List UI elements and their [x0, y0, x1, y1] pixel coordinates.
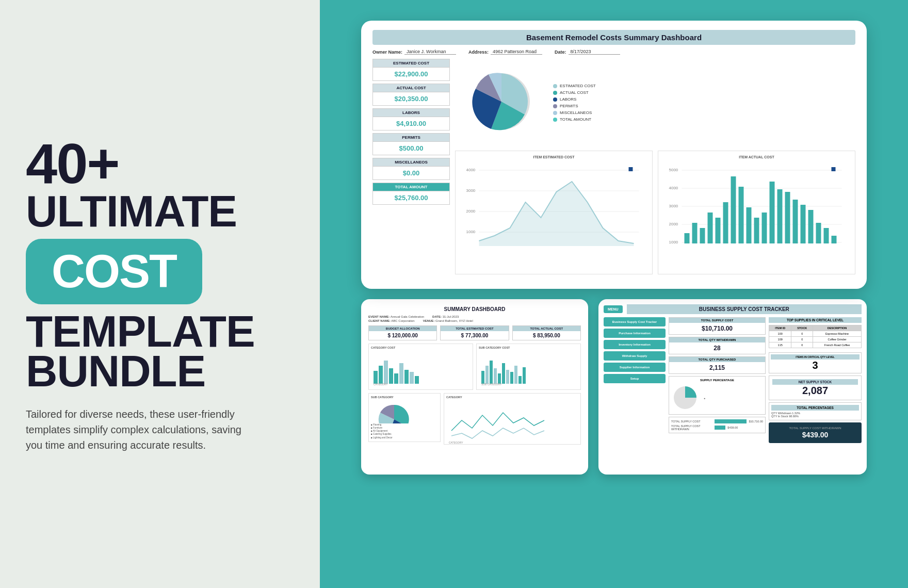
svg-rect-41 [832, 167, 836, 171]
svg-rect-57 [502, 363, 505, 384]
bar1-val: $10,710.00 [749, 420, 763, 423]
svg-rect-36 [801, 205, 806, 243]
svg-text:2000: 2000 [669, 222, 678, 226]
metric-total-amount-value: $25,760.00 [373, 191, 449, 204]
charts-area: ESTIMATED COST ACTUAL COST LABORS P [455, 59, 855, 286]
svg-rect-39 [824, 228, 829, 243]
items-critical-value: 3 [771, 360, 860, 371]
date-label: Date: [555, 50, 566, 55]
metric-miscellaneos: MISCELLANEOS $0.00 [372, 158, 450, 180]
svg-rect-61 [518, 376, 522, 384]
table-row: 100 0 Espresso Machine [769, 331, 862, 337]
sub-category-bar-chart: SUB CATEGORY [479, 350, 578, 386]
svg-rect-33 [777, 189, 783, 243]
metric-labors-label: LABORS [373, 109, 449, 117]
metric-permits: PERMITS $500.00 [372, 133, 450, 155]
svg-rect-62 [523, 367, 526, 384]
total-qty-withdrawn-box: TOTAL QTY WITHDRAWN 28 [669, 337, 766, 354]
top-supplies-title: TOP SUPPLIES IN CRITICAL LEVEL [769, 317, 862, 323]
left-panel: 40+ ULTIMATE COST TEMPLATE BUNDLE Tailor… [0, 0, 320, 588]
svg-rect-28 [739, 187, 744, 243]
owner-label: Owner Name: [372, 50, 402, 55]
svg-text:1000: 1000 [669, 240, 678, 244]
category-bar-chart: CATEGORY [371, 350, 471, 386]
svg-rect-25 [716, 218, 721, 243]
metric-labors-value: $4,910.00 [373, 117, 449, 130]
supply-cost-bar-chart: TOTAL SUPPLY COST $10,710.00 TOTAL SUPPL… [669, 417, 766, 433]
business-supply-card: MENU BUSINESS SUPPLY COST TRACKER Busine… [598, 299, 867, 475]
pie-chart [460, 63, 543, 143]
svg-rect-60 [514, 366, 517, 384]
chart1-title: ITEM ESTIMATED COST [460, 155, 648, 159]
svg-text:3000: 3000 [669, 204, 678, 208]
menu-button[interactable]: MENU [604, 305, 623, 313]
metric-permits-label: PERMITS [373, 134, 449, 141]
template-label: TEMPLATE [26, 312, 255, 352]
svg-rect-54 [490, 361, 493, 384]
date-value: 8/17/2023 [569, 49, 620, 55]
nav-setup[interactable]: Setup [604, 374, 666, 383]
svg-rect-47 [399, 363, 403, 384]
sub-category-pie: SUB CATEGORY ■ Flooring■ Furniture■ AV E… [368, 393, 441, 442]
svg-rect-42 [374, 371, 378, 384]
nav-withdraw[interactable]: Withdraw Supply [604, 351, 666, 361]
total-supply-cost-box: TOTAL SUPPLY COST $10,710.00 [669, 317, 766, 335]
svg-text:3000: 3000 [466, 188, 476, 193]
svg-text:CATEGORY: CATEGORY [374, 383, 388, 386]
bottom-cards: SUMMARY DASHBOARD EVENT NAME: Annual Gal… [361, 299, 867, 475]
svg-rect-26 [723, 202, 728, 243]
net-supply-label: NET SUPPLY STOCK [772, 379, 858, 385]
address-label: Address: [468, 50, 489, 55]
bar-charts-row: ITEM ESTIMATED COST 4000 3000 2000 1000 [455, 151, 855, 274]
nav-bsct[interactable]: Business Supply Cost Tracker [604, 317, 666, 326]
budget-value: $ 120,000.00 [369, 331, 436, 340]
chart2-title: ITEM ACTUAL COST [662, 155, 851, 159]
metric-permits-value: $500.00 [373, 141, 449, 155]
description-text: Tailored for diverse needs, these user-f… [26, 406, 253, 453]
summary-info-row2: CLIENT NAME: ABC Corporation VENUE: Gran… [368, 319, 581, 322]
summary-bottom-charts: SUB CATEGORY ■ Flooring■ Furniture■ AV E… [368, 393, 581, 445]
metric-actual-cost-value: $20,350.00 [373, 92, 449, 105]
svg-rect-43 [379, 366, 383, 384]
col-stock: STOCK [791, 325, 813, 331]
bar2-fill [715, 426, 725, 430]
nav-supplier[interactable]: Supplier Information [604, 363, 666, 372]
bar1-fill [715, 419, 747, 423]
withdrawn-value: $439.00 [773, 431, 857, 439]
bundle-label: BUNDLE [26, 352, 205, 391]
legend-actual-cost: ACTUAL COST [553, 90, 596, 95]
withdrawn-label: TOTAL SUPPLY COST WITHDRAWN [773, 427, 857, 430]
legend-miscellaneos: MISCELLANEOS [553, 110, 596, 115]
legend-estimated-cost: ESTIMATED COST [553, 84, 596, 88]
col-item-id: ITEM ID [769, 325, 791, 331]
legend-total-amount: TOTAL AMOUNT [553, 117, 596, 122]
metric-total-amount-label: TOTAL AMOUNT [373, 183, 449, 191]
metric-miscellaneos-label: MISCELLANEOS [373, 158, 449, 166]
cost-badge: COST [26, 239, 202, 304]
estimated-cost-chart: ITEM ESTIMATED COST 4000 3000 2000 1000 [455, 151, 653, 274]
top-dashboard-card: Basement Remodel Costs Summary Dashboard… [361, 21, 867, 289]
svg-rect-30 [754, 218, 759, 243]
total-estimated-label: TOTAL ESTIMATED COST [441, 326, 508, 331]
total-actual-label: TOTAL ACTUAL COST [513, 326, 580, 331]
net-supply-value: 2,087 [772, 385, 858, 397]
svg-rect-22 [692, 223, 698, 243]
metric-estimated-cost: ESTIMATED COST $22,900.00 [372, 59, 450, 81]
budget-label: BUDGET ALLOCATION [369, 326, 436, 331]
svg-rect-29 [747, 207, 752, 243]
items-critical-box: ITEMS IN CRITICAL QTY LEVEL 3 [769, 352, 862, 373]
nav-purchase[interactable]: Purchase Information [604, 329, 666, 338]
total-qty-purchased-box: TOTAL QTY PURCHASED 2,115 [669, 356, 766, 374]
bsct-header: MENU BUSINESS SUPPLY COST TRACKER [604, 304, 862, 314]
summary-metrics-row: BUDGET ALLOCATION $ 120,000.00 TOTAL EST… [368, 325, 581, 340]
total-actual-metric: TOTAL ACTUAL COST $ 83,950.00 [512, 325, 581, 340]
total-qty-purchased-value: 2,115 [669, 362, 765, 373]
metrics-column: ESTIMATED COST $22,900.00 ACTUAL COST $2… [372, 59, 450, 286]
nav-inventory[interactable]: Inventory Information [604, 340, 666, 349]
svg-rect-49 [410, 372, 414, 384]
svg-rect-45 [389, 368, 393, 384]
summary-dashboard-card: SUMMARY DASHBOARD EVENT NAME: Annual Gal… [361, 299, 588, 475]
metric-miscellaneos-value: $0.00 [373, 166, 449, 179]
bar-chart-actual: 5000 4000 3000 2000 1000 [662, 161, 851, 259]
svg-rect-31 [762, 213, 767, 243]
